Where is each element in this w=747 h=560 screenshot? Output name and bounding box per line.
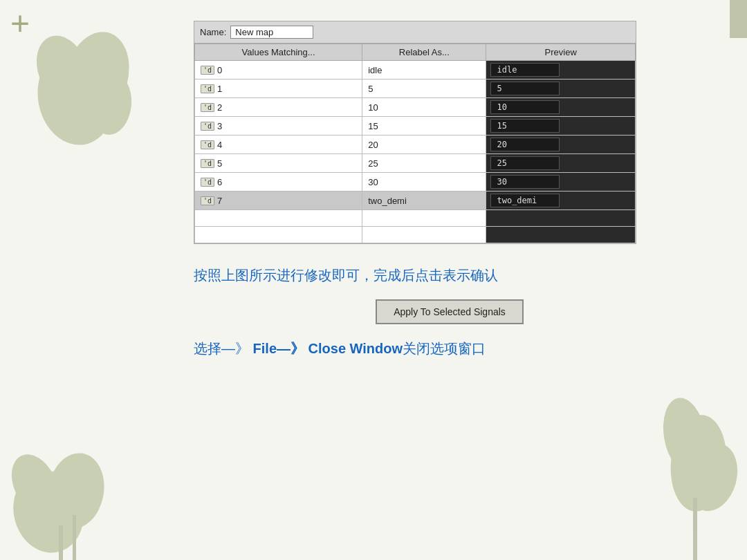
top-right-bar xyxy=(730,0,747,38)
apply-button[interactable]: Apply To Selected Signals xyxy=(376,299,524,324)
cell-relabel-as: 15 xyxy=(362,117,486,136)
table-row[interactable]: 'd7two_demitwo_demi xyxy=(195,192,636,210)
svg-point-2 xyxy=(28,28,97,110)
main-content: Name: New map Values Matching... Relabel… xyxy=(194,21,706,358)
cell-relabel-as: 25 xyxy=(362,154,486,173)
cell-preview: idle xyxy=(486,61,636,80)
instruction-text-1: 按照上图所示进行修改即可，完成后点击表示确认 xyxy=(194,265,706,286)
table-row[interactable]: 'd63030 xyxy=(195,173,636,192)
cell-relabel-as: 5 xyxy=(362,80,486,98)
cell-relabel-as: two_demi xyxy=(362,192,486,210)
table-header-row: Values Matching... Relabel As... Preview xyxy=(195,44,636,61)
svg-point-1 xyxy=(55,25,139,128)
name-row: Name: New map xyxy=(194,21,636,44)
cell-preview: 15 xyxy=(486,117,636,136)
svg-point-9 xyxy=(667,413,730,514)
table-wrapper: Values Matching... Relabel As... Preview… xyxy=(194,44,636,243)
type-badge: 'd xyxy=(201,140,214,149)
cell-preview: 25 xyxy=(486,154,636,173)
type-badge: 'd xyxy=(201,122,214,131)
type-badge: 'd xyxy=(201,196,214,205)
map-table: Values Matching... Relabel As... Preview… xyxy=(194,44,636,243)
cell-values-matching: 'd5 xyxy=(195,154,362,173)
col-preview: Preview xyxy=(486,44,636,61)
close-instruction: 选择—》 File—》 Close Window关闭选项窗口 xyxy=(194,339,706,358)
svg-point-11 xyxy=(680,438,744,517)
svg-rect-8 xyxy=(73,515,76,560)
type-badge: 'd xyxy=(201,178,214,187)
col-values-matching: Values Matching... xyxy=(195,44,362,61)
table-row[interactable]: 'd52525 xyxy=(195,154,636,173)
cell-values-matching: 'd2 xyxy=(195,98,362,117)
dialog-panel: Name: New map Values Matching... Relabel… xyxy=(194,21,636,244)
table-row[interactable]: 'd31515 xyxy=(195,117,636,136)
svg-point-0 xyxy=(30,43,122,151)
name-label: Name: xyxy=(200,27,226,37)
svg-rect-7 xyxy=(59,525,63,560)
svg-point-6 xyxy=(3,447,66,521)
tree-decoration-bottom-left xyxy=(0,408,138,560)
tree-decoration-bottom-right xyxy=(643,366,747,560)
table-row[interactable]: 'd21010 xyxy=(195,98,636,117)
cell-relabel-as: idle xyxy=(362,61,486,80)
type-badge: 'd xyxy=(201,84,214,93)
cell-preview: 10 xyxy=(486,98,636,117)
table-row[interactable]: 'd42020 xyxy=(195,136,636,154)
table-row[interactable]: 'd155 xyxy=(195,80,636,98)
col-relabel-as: Relabel As... xyxy=(362,44,486,61)
svg-point-4 xyxy=(4,463,93,560)
table-row-empty xyxy=(195,210,636,227)
type-badge: 'd xyxy=(201,159,214,168)
cell-relabel-as: 30 xyxy=(362,173,486,192)
cell-relabel-as: 20 xyxy=(362,136,486,154)
type-badge: 'd xyxy=(201,66,214,75)
cell-preview: 30 xyxy=(486,173,636,192)
cell-relabel-as: 10 xyxy=(362,98,486,117)
cell-preview: two_demi xyxy=(486,192,636,210)
svg-point-5 xyxy=(42,449,110,533)
cell-values-matching: 'd0 xyxy=(195,61,362,80)
cell-values-matching: 'd4 xyxy=(195,136,362,154)
name-value: New map xyxy=(230,26,313,39)
cell-values-matching: 'd6 xyxy=(195,173,362,192)
cell-values-matching: 'd7 xyxy=(195,192,362,210)
cell-values-matching: 'd3 xyxy=(195,117,362,136)
table-row[interactable]: 'd0idleidle xyxy=(195,61,636,80)
cell-preview: 5 xyxy=(486,80,636,98)
type-badge: 'd xyxy=(201,103,214,112)
svg-rect-12 xyxy=(693,498,697,560)
tree-decoration-top-left xyxy=(21,14,159,152)
cell-values-matching: 'd1 xyxy=(195,80,362,98)
button-row: Apply To Selected Signals xyxy=(194,299,706,324)
cell-preview: 20 xyxy=(486,136,636,154)
svg-point-3 xyxy=(87,71,134,137)
table-row-empty xyxy=(195,227,636,243)
svg-point-10 xyxy=(658,395,712,477)
cross-decoration: + xyxy=(10,7,30,40)
